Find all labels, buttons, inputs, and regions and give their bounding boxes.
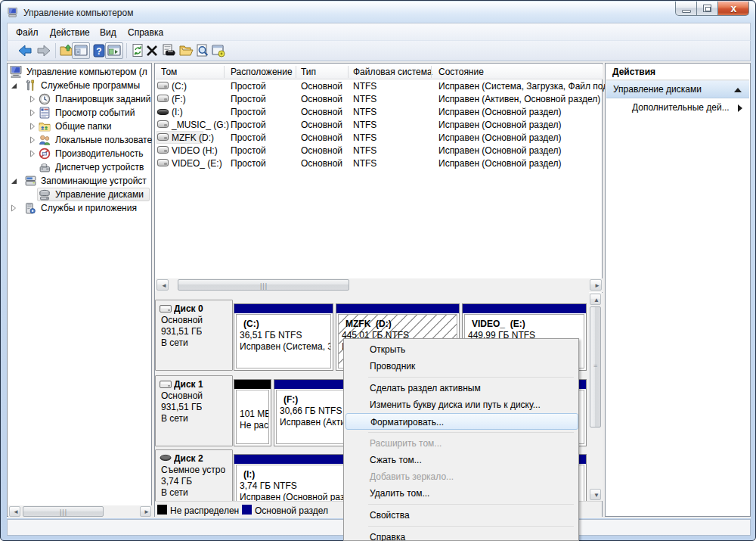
svg-text:?: ?	[96, 46, 101, 57]
